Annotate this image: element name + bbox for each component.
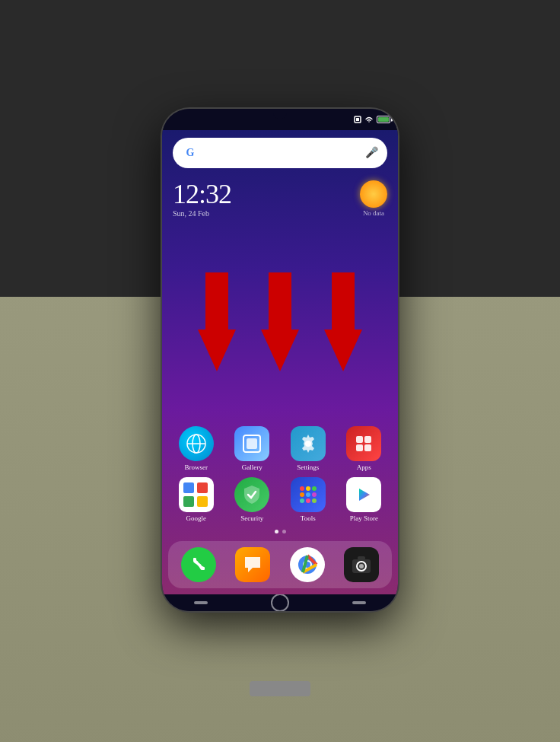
svg-rect-14 (364, 444, 371, 451)
security-label: Security (240, 514, 263, 522)
dock-phone[interactable] (177, 547, 221, 582)
svg-marker-2 (198, 272, 236, 371)
settings-label: Settings (297, 463, 319, 471)
svg-marker-4 (324, 272, 362, 371)
dock-camera[interactable] (339, 547, 383, 582)
app-settings[interactable]: Settings (286, 426, 330, 471)
app-tools[interactable]: Tools (286, 477, 330, 522)
weather-icon (360, 180, 387, 208)
svg-marker-24 (359, 489, 370, 501)
apps-label: Apps (357, 463, 371, 471)
browser-icon[interactable] (179, 426, 214, 461)
gallery-icon[interactable] (234, 426, 269, 461)
google-icon[interactable] (179, 477, 214, 512)
wifi-icon (364, 116, 374, 123)
tools-label: Tools (301, 514, 316, 522)
notch (273, 109, 287, 119)
phone-stand (250, 681, 310, 696)
arrows-area (162, 224, 398, 423)
phone-icon[interactable] (181, 547, 216, 582)
status-icons (354, 116, 390, 123)
svg-rect-1 (356, 118, 359, 121)
playstore-label: Play Store (350, 514, 378, 522)
app-gallery[interactable]: Gallery (230, 426, 274, 471)
svg-rect-32 (358, 556, 365, 560)
google-label: Google (186, 514, 207, 522)
arrow-left (198, 272, 236, 374)
app-google[interactable]: Google (174, 477, 218, 522)
tools-icon[interactable] (291, 477, 326, 512)
svg-rect-13 (356, 444, 363, 451)
app-apps[interactable]: Apps (342, 426, 386, 471)
svg-marker-3 (261, 272, 299, 371)
app-browser[interactable]: Browser (174, 426, 218, 471)
svg-marker-25 (245, 557, 260, 572)
browser-label: Browser (185, 463, 208, 471)
mic-icon[interactable]: 🎤 (365, 146, 378, 159)
app-playstore[interactable]: Play Store (342, 477, 386, 522)
arrow-center (261, 272, 299, 374)
time-weather-row: 12:32 Sun, 24 Feb No data (162, 174, 398, 224)
phone-screen: G 🎤 12:32 Sun, 24 Feb No data (162, 130, 398, 594)
dock-chrome[interactable] (285, 547, 329, 582)
dock-messages[interactable] (231, 547, 275, 582)
apps-row-2: Google Security (162, 474, 398, 525)
app-security[interactable]: Security (230, 477, 274, 522)
svg-point-15 (300, 486, 304, 491)
google-logo: G (182, 145, 199, 161)
svg-point-22 (306, 498, 310, 503)
page-dots (162, 525, 398, 538)
svg-point-18 (300, 492, 304, 497)
time-display: 12:32 (173, 180, 231, 208)
page-dot-1 (275, 530, 278, 533)
date-display: Sun, 24 Feb (173, 209, 231, 218)
no-data-label: No data (363, 209, 384, 217)
recents-button[interactable] (352, 601, 366, 604)
phone-device: G 🎤 12:32 Sun, 24 Feb No data (162, 109, 398, 611)
google-cell-green (183, 496, 194, 507)
apps-row-1: Browser Gallery Settin (162, 423, 398, 474)
svg-point-17 (312, 486, 317, 491)
settings-icon[interactable] (291, 426, 326, 461)
playstore-icon[interactable] (346, 477, 381, 512)
svg-point-23 (312, 498, 317, 503)
time-block: 12:32 Sun, 24 Feb (173, 180, 231, 218)
apps-store-icon[interactable] (346, 426, 381, 461)
svg-rect-9 (247, 438, 257, 449)
search-bar[interactable]: G 🎤 (173, 138, 387, 168)
home-button[interactable] (271, 594, 289, 611)
messages-icon[interactable] (235, 547, 270, 582)
security-icon[interactable] (234, 477, 269, 512)
nav-bar (162, 594, 398, 611)
svg-point-20 (312, 492, 317, 497)
svg-point-21 (300, 498, 304, 503)
arrow-right (324, 272, 362, 374)
battery-fill (378, 117, 389, 122)
google-cell-yellow (197, 496, 208, 507)
dock (168, 541, 392, 588)
svg-rect-11 (356, 436, 363, 443)
gallery-label: Gallery (242, 463, 262, 471)
battery-icon (377, 116, 390, 123)
status-bar (162, 109, 398, 130)
google-cell-blue (183, 482, 194, 493)
page-dot-2 (282, 530, 286, 533)
svg-rect-12 (364, 436, 371, 443)
camera-icon[interactable] (344, 547, 379, 582)
back-button[interactable] (194, 601, 208, 604)
screen-record-icon (354, 116, 361, 123)
google-cell-red (197, 482, 208, 493)
weather-block: No data (360, 180, 387, 217)
svg-point-31 (359, 564, 364, 568)
svg-point-19 (306, 492, 310, 497)
chrome-icon[interactable] (290, 547, 325, 582)
svg-point-16 (306, 486, 310, 491)
